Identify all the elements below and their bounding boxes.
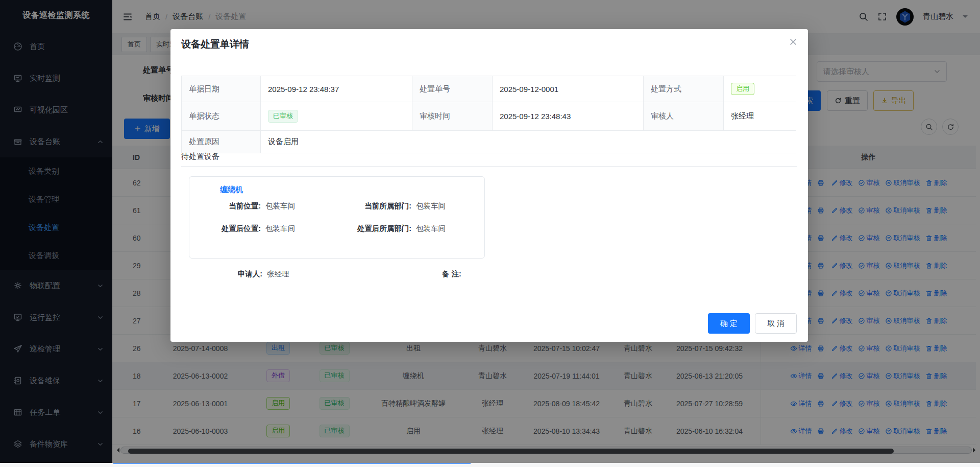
order-date-value: 2025-09-12 23:48:37	[261, 76, 412, 102]
applicant-label: 申请人:	[211, 269, 262, 279]
confirm-button[interactable]: 确 定	[708, 313, 750, 334]
current-location-label: 当前位置:	[189, 201, 261, 211]
remark-label: 备 注:	[442, 269, 461, 279]
method-tag: 启用	[731, 83, 754, 95]
device-card: 缠绕机 当前位置: 包装车间 当前所属部门: 包装车间 处置后位置: 包装车间 …	[189, 176, 485, 259]
bottom-progress-line	[113, 463, 471, 464]
after-dept-label: 处置后所属部门:	[325, 224, 411, 233]
current-dept-label: 当前所属部门:	[325, 201, 411, 211]
applicant-value: 张经理	[267, 269, 289, 279]
disposal-detail-modal: 设备处置单详情 单据日期 2025-09-12 23:48:37 处置单号 20…	[170, 29, 808, 342]
review-time-label: 审核时间	[412, 102, 493, 130]
modal-title: 设备处置单详情	[181, 38, 249, 51]
after-location-label: 处置后位置:	[189, 224, 261, 233]
order-no-label: 处置单号	[412, 76, 493, 102]
order-date-label: 单据日期	[182, 76, 261, 102]
after-dept-value: 包装车间	[416, 224, 446, 233]
review-time-value: 2025-09-12 23:48:43	[493, 102, 644, 130]
reviewer-value: 张经理	[724, 102, 796, 130]
current-dept-value: 包装车间	[416, 201, 446, 211]
reviewer-label: 审核人	[644, 102, 724, 130]
after-location-value: 包装车间	[265, 224, 295, 233]
bottom-strip	[0, 463, 980, 467]
detail-descriptions: 单据日期 2025-09-12 23:48:37 处置单号 2025-09-12…	[181, 76, 796, 153]
cancel-button[interactable]: 取 消	[755, 313, 797, 334]
close-icon[interactable]	[786, 34, 801, 50]
method-label: 处置方式	[644, 76, 724, 102]
pending-devices-title: 待处置设备	[181, 152, 219, 161]
current-location-value: 包装车间	[265, 201, 295, 211]
app-window: 设备巡检监测系统 首页 实时监测 可视化园区 设备台账 设备类别 设备管理	[0, 0, 980, 467]
order-no-value: 2025-09-12-0001	[493, 76, 644, 102]
device-name-link[interactable]: 缠绕机	[220, 185, 243, 195]
status-label: 单据状态	[182, 102, 261, 130]
status-badge: 已审核	[268, 110, 298, 122]
reason-value: 设备启用	[261, 131, 796, 153]
section-divider	[181, 166, 797, 167]
reason-label: 处置原因	[182, 131, 261, 153]
